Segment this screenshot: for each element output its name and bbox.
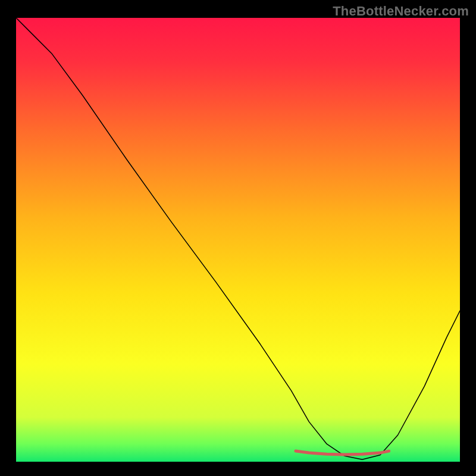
- chart-frame: TheBottleNecker.com: [0, 0, 476, 476]
- watermark-text: TheBottleNecker.com: [333, 4, 469, 19]
- gradient-background: [16, 18, 460, 462]
- plot-area: [16, 18, 460, 462]
- chart-svg: [16, 18, 460, 462]
